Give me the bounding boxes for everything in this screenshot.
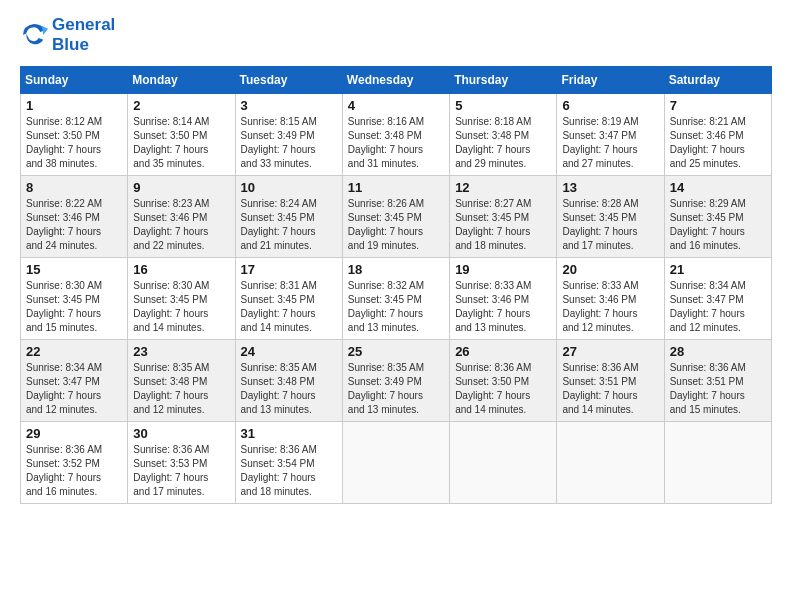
daylight-minutes: and 14 minutes. — [455, 404, 526, 415]
sunset-label: Sunset: 3:45 PM — [26, 294, 100, 305]
sunrise-label: Sunrise: 8:36 AM — [26, 444, 102, 455]
daylight-label: Daylight: 7 hours — [670, 226, 745, 237]
day-number: 14 — [670, 180, 766, 195]
day-number: 23 — [133, 344, 229, 359]
sunset-label: Sunset: 3:49 PM — [348, 376, 422, 387]
sunrise-label: Sunrise: 8:19 AM — [562, 116, 638, 127]
sunset-label: Sunset: 3:50 PM — [455, 376, 529, 387]
day-info: Sunrise: 8:36 AM Sunset: 3:54 PM Dayligh… — [241, 443, 337, 499]
daylight-minutes: and 33 minutes. — [241, 158, 312, 169]
calendar-cell: 28 Sunrise: 8:36 AM Sunset: 3:51 PM Dayl… — [664, 339, 771, 421]
sunrise-label: Sunrise: 8:16 AM — [348, 116, 424, 127]
day-number: 24 — [241, 344, 337, 359]
calendar-cell: 14 Sunrise: 8:29 AM Sunset: 3:45 PM Dayl… — [664, 175, 771, 257]
daylight-minutes: and 12 minutes. — [26, 404, 97, 415]
day-number: 22 — [26, 344, 122, 359]
daylight-minutes: and 13 minutes. — [348, 404, 419, 415]
sunrise-label: Sunrise: 8:36 AM — [455, 362, 531, 373]
day-info: Sunrise: 8:36 AM Sunset: 3:50 PM Dayligh… — [455, 361, 551, 417]
day-number: 31 — [241, 426, 337, 441]
daylight-minutes: and 22 minutes. — [133, 240, 204, 251]
daylight-label: Daylight: 7 hours — [562, 226, 637, 237]
daylight-minutes: and 14 minutes. — [562, 404, 633, 415]
daylight-minutes: and 13 minutes. — [241, 404, 312, 415]
daylight-label: Daylight: 7 hours — [562, 390, 637, 401]
calendar-cell: 27 Sunrise: 8:36 AM Sunset: 3:51 PM Dayl… — [557, 339, 664, 421]
day-number: 18 — [348, 262, 444, 277]
day-number: 27 — [562, 344, 658, 359]
day-info: Sunrise: 8:34 AM Sunset: 3:47 PM Dayligh… — [670, 279, 766, 335]
daylight-label: Daylight: 7 hours — [348, 308, 423, 319]
daylight-minutes: and 18 minutes. — [455, 240, 526, 251]
sunrise-label: Sunrise: 8:30 AM — [133, 280, 209, 291]
calendar-cell: 6 Sunrise: 8:19 AM Sunset: 3:47 PM Dayli… — [557, 93, 664, 175]
sunset-label: Sunset: 3:47 PM — [562, 130, 636, 141]
calendar-cell: 15 Sunrise: 8:30 AM Sunset: 3:45 PM Dayl… — [21, 257, 128, 339]
daylight-label: Daylight: 7 hours — [133, 144, 208, 155]
daylight-minutes: and 35 minutes. — [133, 158, 204, 169]
day-number: 30 — [133, 426, 229, 441]
logo-area: General Blue — [20, 15, 115, 56]
calendar-cell: 17 Sunrise: 8:31 AM Sunset: 3:45 PM Dayl… — [235, 257, 342, 339]
day-info: Sunrise: 8:35 AM Sunset: 3:48 PM Dayligh… — [133, 361, 229, 417]
daylight-minutes: and 15 minutes. — [26, 322, 97, 333]
calendar-cell: 9 Sunrise: 8:23 AM Sunset: 3:46 PM Dayli… — [128, 175, 235, 257]
daylight-label: Daylight: 7 hours — [455, 226, 530, 237]
calendar-cell — [664, 421, 771, 503]
logo-icon — [20, 21, 48, 49]
day-number: 8 — [26, 180, 122, 195]
calendar-week-row: 15 Sunrise: 8:30 AM Sunset: 3:45 PM Dayl… — [21, 257, 772, 339]
daylight-label: Daylight: 7 hours — [562, 144, 637, 155]
sunrise-label: Sunrise: 8:36 AM — [241, 444, 317, 455]
day-info: Sunrise: 8:30 AM Sunset: 3:45 PM Dayligh… — [133, 279, 229, 335]
daylight-label: Daylight: 7 hours — [241, 226, 316, 237]
sunset-label: Sunset: 3:53 PM — [133, 458, 207, 469]
sunset-label: Sunset: 3:52 PM — [26, 458, 100, 469]
sunrise-label: Sunrise: 8:23 AM — [133, 198, 209, 209]
daylight-minutes: and 12 minutes. — [133, 404, 204, 415]
calendar-header-row: SundayMondayTuesdayWednesdayThursdayFrid… — [21, 66, 772, 93]
page: General Blue SundayMondayTuesdayWednesda… — [0, 0, 792, 612]
day-number: 2 — [133, 98, 229, 113]
daylight-label: Daylight: 7 hours — [241, 144, 316, 155]
calendar-week-row: 1 Sunrise: 8:12 AM Sunset: 3:50 PM Dayli… — [21, 93, 772, 175]
day-number: 20 — [562, 262, 658, 277]
calendar-cell: 31 Sunrise: 8:36 AM Sunset: 3:54 PM Dayl… — [235, 421, 342, 503]
sunrise-label: Sunrise: 8:27 AM — [455, 198, 531, 209]
daylight-minutes: and 12 minutes. — [562, 322, 633, 333]
sunset-label: Sunset: 3:45 PM — [348, 212, 422, 223]
sunset-label: Sunset: 3:45 PM — [348, 294, 422, 305]
calendar-cell — [450, 421, 557, 503]
day-number: 11 — [348, 180, 444, 195]
day-info: Sunrise: 8:27 AM Sunset: 3:45 PM Dayligh… — [455, 197, 551, 253]
sunrise-label: Sunrise: 8:28 AM — [562, 198, 638, 209]
daylight-label: Daylight: 7 hours — [26, 472, 101, 483]
day-info: Sunrise: 8:35 AM Sunset: 3:48 PM Dayligh… — [241, 361, 337, 417]
day-number: 6 — [562, 98, 658, 113]
weekday-header: Saturday — [664, 66, 771, 93]
sunrise-label: Sunrise: 8:34 AM — [26, 362, 102, 373]
calendar-week-row: 8 Sunrise: 8:22 AM Sunset: 3:46 PM Dayli… — [21, 175, 772, 257]
day-number: 26 — [455, 344, 551, 359]
sunrise-label: Sunrise: 8:33 AM — [455, 280, 531, 291]
calendar-cell: 19 Sunrise: 8:33 AM Sunset: 3:46 PM Dayl… — [450, 257, 557, 339]
daylight-label: Daylight: 7 hours — [241, 472, 316, 483]
daylight-label: Daylight: 7 hours — [348, 226, 423, 237]
weekday-header: Sunday — [21, 66, 128, 93]
sunset-label: Sunset: 3:50 PM — [26, 130, 100, 141]
calendar-cell: 5 Sunrise: 8:18 AM Sunset: 3:48 PM Dayli… — [450, 93, 557, 175]
logo-text: General Blue — [52, 15, 115, 56]
daylight-label: Daylight: 7 hours — [562, 308, 637, 319]
sunset-label: Sunset: 3:47 PM — [670, 294, 744, 305]
day-info: Sunrise: 8:33 AM Sunset: 3:46 PM Dayligh… — [455, 279, 551, 335]
daylight-minutes: and 17 minutes. — [133, 486, 204, 497]
day-number: 9 — [133, 180, 229, 195]
weekday-header: Tuesday — [235, 66, 342, 93]
sunset-label: Sunset: 3:46 PM — [26, 212, 100, 223]
day-info: Sunrise: 8:32 AM Sunset: 3:45 PM Dayligh… — [348, 279, 444, 335]
daylight-minutes: and 21 minutes. — [241, 240, 312, 251]
daylight-label: Daylight: 7 hours — [455, 390, 530, 401]
sunset-label: Sunset: 3:46 PM — [455, 294, 529, 305]
sunrise-label: Sunrise: 8:35 AM — [241, 362, 317, 373]
calendar-cell: 11 Sunrise: 8:26 AM Sunset: 3:45 PM Dayl… — [342, 175, 449, 257]
